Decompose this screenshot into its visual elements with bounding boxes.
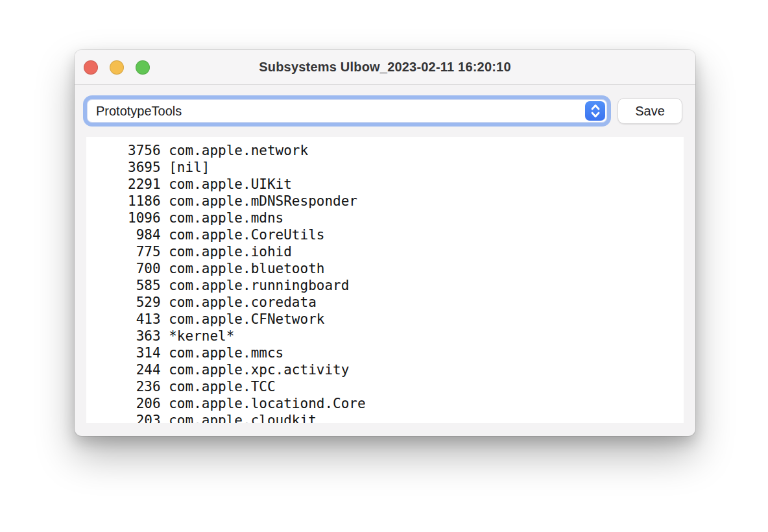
log-count: 363 [128, 328, 161, 345]
window-title: Subsystems Ulbow_2023-02-11 16:20:10 [75, 60, 695, 75]
log-subsystem: com.apple.TCC [169, 378, 275, 395]
log-subsystem: com.apple.bluetooth [169, 260, 324, 277]
log-subsystem: com.apple.cloudkit [169, 412, 317, 423]
log-count: 236 [128, 378, 161, 395]
log-line: 2291 com.apple.UIKit [128, 176, 684, 193]
subsystem-popup-focus-ring: PrototypeTools [83, 95, 611, 127]
log-subsystem: com.apple.xpc.activity [169, 361, 349, 378]
log-count: 775 [128, 243, 161, 260]
log-subsystem: com.apple.CFNetwork [169, 311, 324, 328]
log-count: 1096 [128, 210, 161, 226]
app-window: Subsystems Ulbow_2023-02-11 16:20:10 Pro… [75, 50, 695, 436]
log-subsystem: com.apple.runningboard [169, 277, 349, 294]
log-count: 206 [128, 395, 161, 412]
log-line: 236 com.apple.TCC [128, 378, 684, 395]
log-count: 413 [128, 311, 161, 328]
log-line: 1096 com.apple.mdns [128, 210, 684, 226]
log-count: 529 [128, 294, 161, 311]
zoom-button[interactable] [136, 60, 150, 75]
log-subsystem: com.apple.mDNSResponder [169, 193, 357, 210]
log-count: 3695 [128, 159, 161, 176]
toolbar: PrototypeTools Save [75, 85, 695, 137]
log-count: 1186 [128, 193, 161, 210]
log-count: 700 [128, 260, 161, 277]
log-subsystem: *kernel* [169, 328, 234, 345]
log-subsystem: com.apple.CoreUtils [169, 226, 324, 243]
log-view[interactable]: 3756 com.apple.network 3695 [nil] 2291 c… [86, 137, 684, 423]
minimize-button[interactable] [110, 60, 124, 75]
log-subsystem: com.apple.UIKit [169, 176, 292, 193]
log-line: 700 com.apple.bluetooth [128, 260, 684, 277]
save-button[interactable]: Save [618, 98, 682, 124]
log-line: 363 *kernel* [128, 328, 684, 345]
traffic-lights [84, 50, 150, 84]
log-line: 585 com.apple.runningboard [128, 277, 684, 294]
log-subsystem: [nil] [169, 159, 210, 176]
log-subsystem: com.apple.network [169, 142, 308, 159]
close-button[interactable] [84, 60, 98, 75]
log-subsystem: com.apple.iohid [169, 243, 292, 260]
popup-stepper[interactable] [585, 101, 605, 121]
log-line: 203 com.apple.cloudkit [128, 412, 684, 423]
log-subsystem: com.apple.coredata [169, 294, 317, 311]
log-count: 984 [128, 226, 161, 243]
subsystem-popup-value: PrototypeTools [87, 104, 182, 119]
log-subsystem: com.apple.mmcs [169, 345, 283, 361]
desktop-background: Subsystems Ulbow_2023-02-11 16:20:10 Pro… [0, 0, 768, 532]
log-line: 3756 com.apple.network [128, 142, 684, 159]
log-line: 775 com.apple.iohid [128, 243, 684, 260]
log-subsystem: com.apple.locationd.Core [169, 395, 365, 412]
log-line: 413 com.apple.CFNetwork [128, 311, 684, 328]
log-count: 3756 [128, 142, 161, 159]
log-subsystem: com.apple.mdns [169, 210, 283, 226]
log-count: 203 [128, 412, 161, 423]
log-count: 2291 [128, 176, 161, 193]
log-line: 1186 com.apple.mDNSResponder [128, 193, 684, 210]
log-line: 244 com.apple.xpc.activity [128, 361, 684, 378]
log-line: 529 com.apple.coredata [128, 294, 684, 311]
chevron-up-down-icon [590, 103, 601, 119]
subsystem-popup[interactable]: PrototypeTools [87, 99, 607, 123]
log-count: 314 [128, 345, 161, 361]
log-line: 314 com.apple.mmcs [128, 345, 684, 361]
window-titlebar[interactable]: Subsystems Ulbow_2023-02-11 16:20:10 [75, 50, 695, 85]
log-count: 244 [128, 361, 161, 378]
log-line: 3695 [nil] [128, 159, 684, 176]
log-line: 206 com.apple.locationd.Core [128, 395, 684, 412]
log-line: 984 com.apple.CoreUtils [128, 226, 684, 243]
log-count: 585 [128, 277, 161, 294]
